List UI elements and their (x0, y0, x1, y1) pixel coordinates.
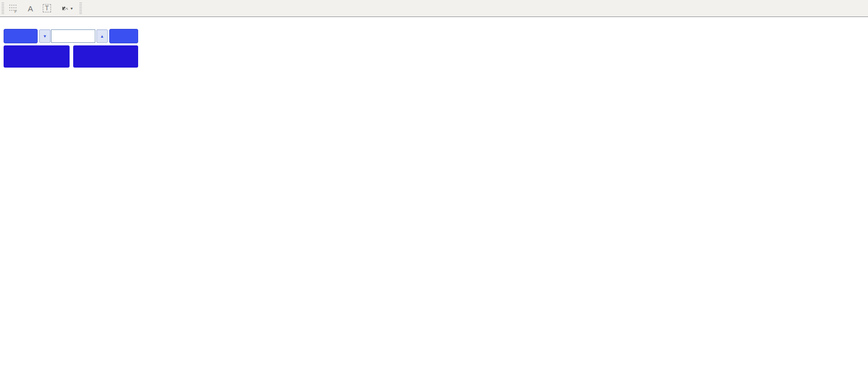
trading-app: F A T ▼ ▼ ▲ (0, 0, 868, 388)
volume-input[interactable] (51, 29, 95, 43)
buy-button[interactable] (109, 29, 138, 43)
volume-increase-button[interactable]: ▲ (96, 29, 108, 43)
volume-decrease-button[interactable]: ▼ (39, 29, 51, 43)
arrow-down-icon: ▼ (43, 34, 47, 39)
bid-price-panel[interactable] (4, 45, 70, 68)
sell-button[interactable] (4, 29, 38, 43)
one-click-trade-panel: ▼ ▲ (4, 29, 138, 68)
trade-panel-row: ▼ ▲ (4, 29, 138, 43)
arrow-up-icon: ▲ (100, 34, 104, 39)
ask-price-panel[interactable] (73, 45, 138, 68)
symbol-header (5, 20, 11, 27)
